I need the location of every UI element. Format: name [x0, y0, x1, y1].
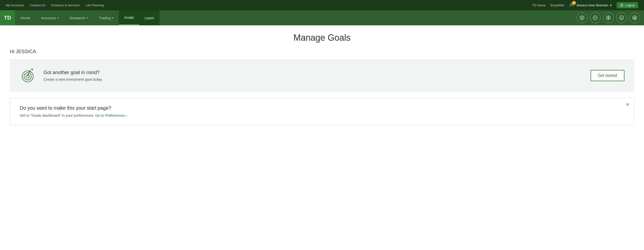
- svg-point-6: [593, 16, 597, 20]
- svg-rect-1: [620, 5, 623, 6]
- nav-accounts[interactable]: Accounts ▾: [36, 10, 64, 25]
- page-title: Manage Goals: [10, 33, 634, 43]
- target-icon: [20, 67, 36, 84]
- goal-card-left: Got another goal in mind? Create a new i…: [20, 67, 102, 84]
- logout-label: Logout: [625, 3, 635, 7]
- top-nav-left: My Accounts Contact Us Products & Servic…: [6, 3, 104, 7]
- nav-trading[interactable]: Trading ▾: [93, 10, 119, 25]
- research-arrow: ▾: [86, 16, 88, 19]
- products-services-link[interactable]: Products & Services: [51, 3, 80, 7]
- close-button[interactable]: ×: [626, 102, 629, 107]
- greeting-text: Hi JESSICA: [10, 49, 634, 54]
- checkmark-icon-btn[interactable]: [616, 12, 627, 23]
- my-accounts-link[interactable]: My Accounts: [6, 3, 24, 7]
- life-planning-link[interactable]: Life Planning: [86, 3, 104, 7]
- main-nav: TD Home Accounts ▾ Research ▾ Trading ▾ …: [0, 10, 644, 25]
- nav-items: Home Accounts ▾ Research ▾ Trading ▾ Goa…: [15, 10, 576, 25]
- chat-icon: [592, 15, 598, 20]
- td-logo[interactable]: TD: [0, 10, 15, 25]
- top-nav-right: TD Home EasyWeb 6 Jessica Irene Bowman ▾…: [532, 2, 638, 8]
- nav-research[interactable]: Research ▾: [64, 10, 93, 25]
- chat-icon-btn[interactable]: [590, 12, 600, 23]
- star-icon-btn[interactable]: [629, 12, 640, 23]
- nav-home[interactable]: Home: [15, 10, 36, 25]
- user-dropdown-arrow: ▾: [610, 3, 612, 7]
- user-icon-wrap: 6: [569, 2, 574, 8]
- accounts-arrow: ▾: [57, 16, 59, 19]
- watchlist-icon: [579, 15, 585, 20]
- checkmark-icon: [619, 15, 624, 20]
- star-icon: [632, 15, 638, 20]
- goal-card-heading: Got another goal in mind?: [44, 70, 102, 75]
- goal-card-subtext: Create a new investment goal today.: [44, 77, 102, 81]
- nav-right-icons: [576, 12, 644, 23]
- svg-point-9: [633, 16, 637, 20]
- go-to-preferences-link[interactable]: Go to Preferences: [95, 113, 127, 118]
- trading-arrow: ▾: [112, 16, 114, 19]
- watchlist-icon-btn[interactable]: [576, 12, 587, 23]
- nav-goals[interactable]: Goals: [119, 10, 139, 25]
- get-started-button[interactable]: Get started: [590, 70, 624, 81]
- transfer-icon-btn[interactable]: [603, 12, 614, 23]
- nav-learn[interactable]: Learn: [139, 10, 159, 25]
- lock-icon: [620, 3, 624, 7]
- user-name: Jessica Irene Bowman: [576, 3, 608, 7]
- preferences-card: × Do you want to make this your start pa…: [10, 98, 634, 125]
- transfer-icon: [606, 15, 611, 20]
- page-content: Manage Goals Hi JESSICA Got another goal…: [0, 25, 644, 250]
- td-home-link[interactable]: TD Home: [532, 3, 546, 7]
- goal-card: Got another goal in mind? Create a new i…: [10, 59, 634, 92]
- user-area[interactable]: 6 Jessica Irene Bowman ▾: [569, 2, 612, 8]
- goal-card-text: Got another goal in mind? Create a new i…: [44, 70, 102, 81]
- logout-button[interactable]: Logout: [617, 2, 638, 8]
- easyweb-link[interactable]: EasyWeb: [550, 3, 564, 7]
- svg-marker-10: [634, 16, 636, 19]
- pref-card-subtext: Set to "Goals dashboard" in your prefere…: [20, 113, 624, 118]
- svg-point-8: [620, 16, 624, 20]
- contact-us-link[interactable]: Contact Us: [30, 3, 46, 7]
- top-nav: My Accounts Contact Us Products & Servic…: [0, 0, 644, 10]
- notification-badge: 6: [572, 1, 576, 5]
- pref-card-title: Do you want to make this your start page…: [20, 105, 624, 111]
